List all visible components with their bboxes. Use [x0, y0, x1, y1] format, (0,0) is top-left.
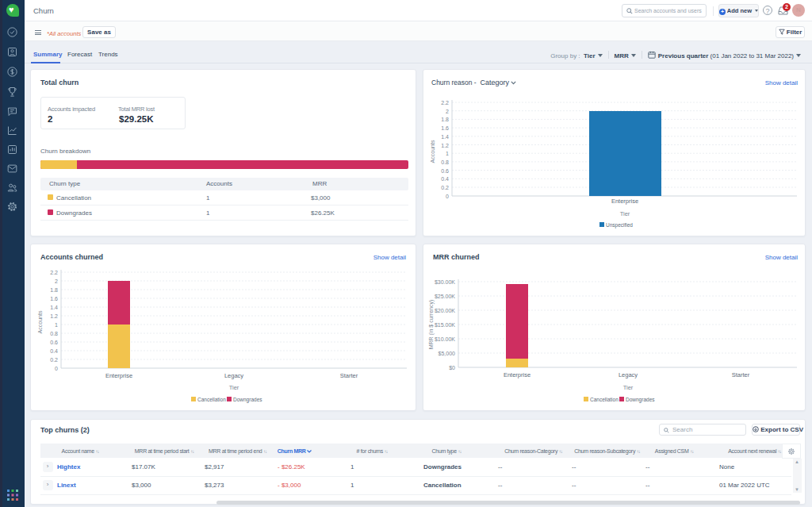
- svg-text:$15.00K: $15.00K: [435, 322, 455, 328]
- svg-text:Legacy: Legacy: [619, 371, 638, 378]
- svg-text:0: 0: [446, 194, 449, 199]
- svg-text:Legacy: Legacy: [224, 372, 243, 379]
- svg-text:Unspecified: Unspecified: [606, 222, 633, 229]
- svg-text:$20.00K: $20.00K: [435, 308, 455, 313]
- svg-text:0.4: 0.4: [50, 348, 58, 354]
- svg-text:0.4: 0.4: [441, 176, 449, 182]
- svg-text:1.4: 1.4: [441, 134, 449, 140]
- svg-text:Tier: Tier: [620, 210, 630, 217]
- svg-text:Enterprise: Enterprise: [611, 198, 638, 205]
- svg-text:1: 1: [446, 151, 449, 156]
- svg-text:0.8: 0.8: [50, 331, 58, 336]
- svg-text:Cancellation: Cancellation: [590, 397, 619, 402]
- svg-text:Enterprise: Enterprise: [105, 372, 132, 379]
- svg-text:0.2: 0.2: [50, 357, 58, 363]
- svg-text:2: 2: [55, 278, 58, 284]
- svg-text:Tier: Tier: [229, 384, 239, 391]
- svg-text:2.2: 2.2: [441, 100, 449, 106]
- svg-text:Accounts: Accounts: [430, 140, 435, 163]
- svg-text:1: 1: [55, 322, 58, 328]
- svg-text:2.2: 2.2: [50, 270, 58, 275]
- svg-text:Enterprise: Enterprise: [504, 371, 530, 378]
- svg-text:0: 0: [55, 366, 58, 371]
- svg-text:Accounts: Accounts: [37, 310, 43, 333]
- svg-text:MRR (in $ currency): MRR (in $ currency): [428, 300, 435, 350]
- svg-text:Downgrades: Downgrades: [233, 397, 262, 403]
- svg-text:$25.00K: $25.00K: [435, 294, 455, 299]
- svg-text:0.6: 0.6: [441, 168, 449, 174]
- svg-text:1.8: 1.8: [50, 287, 58, 293]
- svg-text:Downgrades: Downgrades: [626, 397, 655, 403]
- svg-text:0.2: 0.2: [441, 185, 449, 190]
- svg-text:1.6: 1.6: [50, 296, 58, 302]
- svg-text:Cancellation: Cancellation: [197, 397, 226, 402]
- svg-text:1.4: 1.4: [50, 305, 58, 310]
- svg-text:0.8: 0.8: [441, 159, 449, 165]
- svg-text:$0: $0: [449, 365, 455, 371]
- svg-text:2: 2: [446, 109, 449, 114]
- svg-text:Tier: Tier: [623, 384, 634, 391]
- svg-text:$5,000: $5,000: [439, 351, 456, 356]
- svg-text:$10.00K: $10.00K: [435, 336, 455, 342]
- svg-text:1.8: 1.8: [441, 117, 449, 122]
- svg-text:1.2: 1.2: [441, 143, 449, 148]
- svg-text:1.2: 1.2: [50, 313, 58, 319]
- svg-text:$30.00K: $30.00K: [435, 279, 455, 285]
- svg-text:1.6: 1.6: [441, 125, 449, 131]
- svg-text:Starter: Starter: [340, 372, 358, 379]
- svg-text:Starter: Starter: [732, 371, 750, 378]
- svg-text:0.6: 0.6: [50, 340, 58, 345]
